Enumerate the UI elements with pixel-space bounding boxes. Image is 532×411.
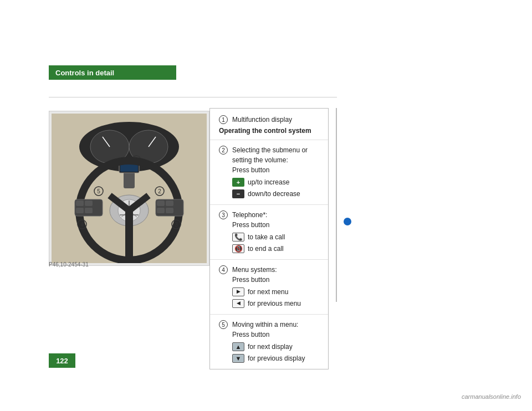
blue-dot-indicator bbox=[344, 218, 351, 225]
prev-menu-icon: ◀ bbox=[232, 299, 244, 308]
section-header: Controls in detail bbox=[49, 65, 176, 80]
svg-rect-24 bbox=[76, 208, 84, 213]
steering-wheel-image: 1 4 5 bbox=[49, 111, 209, 266]
item2-press: Press button bbox=[232, 165, 319, 175]
svg-rect-22 bbox=[76, 201, 84, 206]
next-menu-text: for next menu bbox=[248, 287, 288, 297]
watermark: carmanualsonline.info bbox=[462, 393, 521, 400]
item4-sub-items: ▶ for next menu ◀ for previous menu bbox=[232, 287, 319, 309]
sub-item-plus: + up/to increase bbox=[232, 177, 319, 187]
sub1-text: up/to increase bbox=[248, 177, 289, 187]
info-item-1: 1 Multifunction display Operating the co… bbox=[210, 109, 328, 140]
sub-item-next-menu: ▶ for next menu bbox=[232, 287, 319, 297]
item2-sub-items: + up/to increase − down/to decrease bbox=[232, 177, 319, 199]
circle-3: 3 bbox=[219, 210, 228, 219]
photo-caption: P46,10-2454-31 bbox=[49, 261, 89, 268]
svg-rect-32 bbox=[166, 201, 173, 206]
next-menu-icon: ▶ bbox=[232, 287, 244, 296]
svg-text:4: 4 bbox=[80, 222, 84, 228]
svg-rect-31 bbox=[157, 201, 165, 206]
svg-rect-25 bbox=[85, 208, 93, 213]
info-panel: 1 Multifunction display Operating the co… bbox=[209, 108, 329, 369]
end-call-text: to end a call bbox=[248, 244, 284, 254]
take-call-text: to take a call bbox=[248, 232, 285, 242]
page-number-badge: 122 bbox=[49, 353, 75, 368]
svg-rect-34 bbox=[166, 208, 173, 213]
svg-text:2: 2 bbox=[158, 188, 161, 194]
item5-desc: Moving within a menu: bbox=[232, 320, 319, 330]
prev-menu-text: for previous menu bbox=[248, 299, 301, 309]
plus-icon: + bbox=[232, 178, 244, 187]
info-item-2: 2 Selecting the submenu or setting the v… bbox=[210, 140, 328, 205]
item5-sub-items: ▲ for next display ▼ for previous displa… bbox=[232, 342, 319, 363]
svg-rect-33 bbox=[157, 208, 165, 213]
item1-title: Multifunction display bbox=[232, 116, 292, 124]
item3-desc: Telephone*: bbox=[232, 210, 319, 220]
item5-press: Press button bbox=[232, 330, 319, 340]
sub-item-minus: − down/to decrease bbox=[232, 189, 319, 199]
item4-desc: Menu systems: bbox=[232, 265, 319, 275]
svg-text:3: 3 bbox=[175, 222, 178, 228]
circle-2: 2 bbox=[219, 146, 228, 155]
sub-item-next-display: ▲ for next display bbox=[232, 342, 319, 352]
item3-sub-items: 📞 to take a call 📵 to end a call bbox=[232, 232, 319, 254]
circle-4: 4 bbox=[219, 265, 228, 274]
item2-desc: Selecting the submenu or setting the vol… bbox=[232, 145, 319, 165]
sub-item-end-call: 📵 to end a call bbox=[232, 244, 319, 254]
sub-item-prev-menu: ◀ for previous menu bbox=[232, 299, 319, 309]
section-title: Controls in detail bbox=[55, 69, 114, 77]
info-item-3: 3 Telephone*: Press button 📞 to take a c… bbox=[210, 205, 328, 260]
phone-end-icon: 📵 bbox=[232, 244, 244, 253]
phone-receive-icon: 📞 bbox=[232, 233, 244, 242]
item3-press: Press button bbox=[232, 220, 319, 230]
operating-heading: Operating the control system bbox=[214, 126, 324, 137]
vertical-divider bbox=[336, 108, 337, 302]
steering-wheel-svg: 1 4 5 bbox=[52, 114, 207, 263]
info-item-4: 4 Menu systems: Press button ▶ for next … bbox=[210, 260, 328, 315]
minus-icon: − bbox=[232, 189, 244, 198]
sub2-text: down/to decrease bbox=[248, 189, 300, 199]
next-display-text: for next display bbox=[248, 342, 293, 352]
prev-display-icon: ▼ bbox=[232, 354, 244, 363]
next-display-icon: ▲ bbox=[232, 342, 244, 351]
svg-text:5: 5 bbox=[97, 188, 100, 194]
circle-1: 1 bbox=[219, 115, 228, 124]
prev-display-text: for previous display bbox=[248, 353, 305, 363]
svg-rect-23 bbox=[85, 201, 93, 206]
item4-press: Press button bbox=[232, 275, 319, 285]
sub-item-prev-display: ▼ for previous display bbox=[232, 353, 319, 363]
info-item-5: 5 Moving within a menu: Press button ▲ f… bbox=[210, 315, 328, 369]
divider-line bbox=[49, 97, 337, 97]
sub-item-take-call: 📞 to take a call bbox=[232, 232, 319, 242]
svg-rect-6 bbox=[124, 172, 135, 188]
circle-5: 5 bbox=[219, 320, 228, 329]
